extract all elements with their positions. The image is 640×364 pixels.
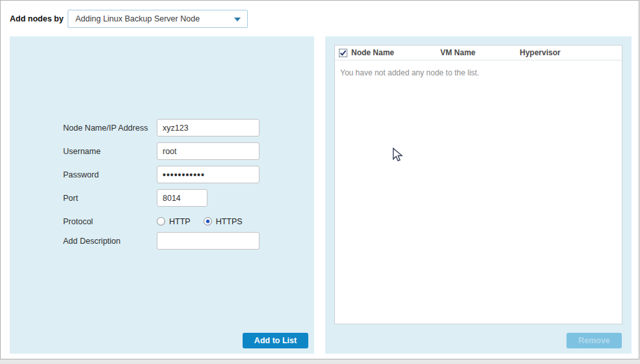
username-row: Username xyxy=(63,142,297,160)
description-input[interactable] xyxy=(157,232,260,250)
node-table-header: Node Name VM Name Hypervisor xyxy=(335,46,622,60)
port-label: Port xyxy=(63,194,157,203)
column-header-vm-name[interactable]: VM Name xyxy=(440,48,520,57)
select-all-checkbox[interactable] xyxy=(339,49,347,57)
add-nodes-by-label: Add nodes by xyxy=(10,14,64,23)
protocol-row: Protocol HTTP HTTPS xyxy=(63,213,297,230)
description-label: Add Description xyxy=(63,237,157,246)
http-radio-label[interactable]: HTTP xyxy=(169,217,191,226)
http-radio[interactable] xyxy=(157,217,165,226)
add-nodes-by-dropdown[interactable]: Adding Linux Backup Server Node xyxy=(68,10,248,28)
password-label: Password xyxy=(63,170,157,179)
node-list-panel: Node Name VM Name Hypervisor You have no… xyxy=(325,36,632,354)
remove-button[interactable]: Remove xyxy=(567,333,622,348)
https-radio-label[interactable]: HTTPS xyxy=(216,217,243,226)
node-name-row: Node Name/IP Address xyxy=(63,119,297,136)
check-icon xyxy=(340,49,347,57)
dropdown-selected-value: Adding Linux Backup Server Node xyxy=(75,14,200,23)
column-header-node-name[interactable]: Node Name xyxy=(351,48,440,57)
username-label: Username xyxy=(63,147,157,156)
empty-list-message: You have not added any node to the list. xyxy=(335,60,622,77)
port-input[interactable] xyxy=(157,189,207,207)
add-to-list-button[interactable]: Add to List xyxy=(243,333,308,348)
chevron-down-icon xyxy=(234,18,241,21)
node-table: Node Name VM Name Hypervisor You have no… xyxy=(334,45,622,324)
password-input[interactable] xyxy=(157,166,260,183)
port-row: Port xyxy=(63,189,297,207)
node-form: Node Name/IP Address Username Password P… xyxy=(63,119,297,255)
description-row: Add Description xyxy=(63,232,297,250)
https-radio[interactable] xyxy=(204,217,212,226)
node-name-input[interactable] xyxy=(157,119,260,136)
protocol-label: Protocol xyxy=(63,217,157,226)
add-node-form-panel: Node Name/IP Address Username Password P… xyxy=(10,36,314,354)
add-nodes-dialog: Add nodes by Adding Linux Backup Server … xyxy=(0,0,639,359)
select-all-cell xyxy=(335,49,351,57)
password-row: Password xyxy=(63,166,297,183)
username-input[interactable] xyxy=(157,142,260,160)
column-header-hypervisor[interactable]: Hypervisor xyxy=(520,48,622,57)
node-name-label: Node Name/IP Address xyxy=(63,124,157,133)
